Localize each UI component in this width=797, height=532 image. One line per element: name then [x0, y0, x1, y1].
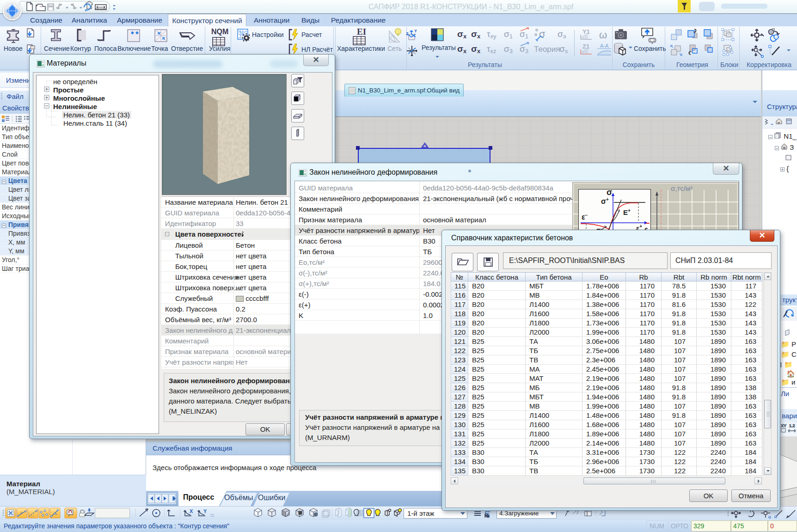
svg-text:XY: XY	[781, 423, 786, 428]
svg-text:Y: Y	[414, 29, 417, 33]
svg-text:1.2: 1.2	[789, 423, 795, 428]
svg-text:Y: Y	[203, 508, 207, 514]
svg-text:X: X	[190, 508, 193, 514]
svg-text:A-A: A-A	[600, 43, 609, 49]
svg-text:σ,тс/м²: σ,тс/м²	[671, 184, 693, 192]
svg-text:Z: Z	[406, 31, 409, 36]
svg-text:№: №	[484, 513, 490, 518]
